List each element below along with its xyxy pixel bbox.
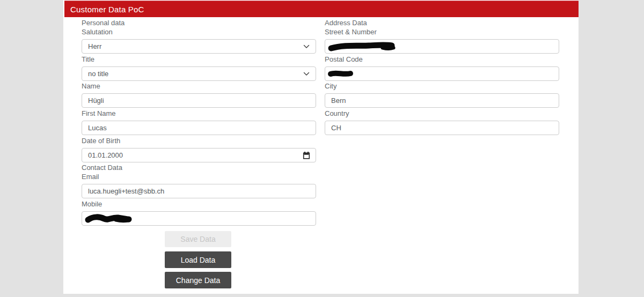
date-of-birth-label: Date of Birth [82,137,120,145]
email-input[interactable] [82,184,316,198]
page-background: Customer Data PoC Personal data Salutati… [0,0,644,297]
title-label: Title [82,56,94,63]
street-label: Street & Number [325,28,377,36]
name-input[interactable] [82,93,316,108]
title-value: no title [88,70,108,78]
form-card: Customer Data PoC Personal data Salutati… [63,0,579,294]
load-data-button[interactable]: Load Data [165,251,231,268]
section-label-contact-data: Contact Data [82,164,122,172]
chevron-down-icon [303,72,310,76]
redacted-value-scribble [84,213,135,225]
chevron-down-icon [303,44,310,49]
date-of-birth-input[interactable]: 01.01.2000 [82,148,316,162]
country-input[interactable] [325,121,559,135]
name-label: Name [82,83,100,90]
street-input[interactable] [325,39,559,54]
salutation-value: Herr [88,42,101,50]
first-name-label: First Name [82,110,116,117]
salutation-label: Salutation [82,28,113,36]
calendar-icon[interactable] [303,151,310,159]
postal-code-input[interactable] [325,66,559,81]
city-label: City [325,83,336,90]
change-data-button[interactable]: Change Data [165,272,231,288]
postal-code-label: Postal Code [325,56,363,63]
redacted-value-scribble [327,41,399,53]
mobile-label: Mobile [82,201,102,208]
page-title: Customer Data PoC [70,5,144,14]
city-input[interactable] [325,93,559,108]
salutation-select[interactable]: Herr [82,39,316,54]
email-label: Email [82,173,99,181]
first-name-input[interactable] [82,121,316,135]
country-label: Country [325,110,349,117]
redacted-value-scribble [327,69,356,79]
mobile-input[interactable] [82,211,316,226]
section-label-address-data: Address Data [325,19,367,27]
app-header: Customer Data PoC [64,1,579,17]
save-data-button[interactable]: Save Data [165,231,231,247]
section-label-personal-data: Personal data [82,19,125,27]
date-of-birth-value: 01.01.2000 [88,151,123,159]
title-select[interactable]: no title [82,66,316,81]
